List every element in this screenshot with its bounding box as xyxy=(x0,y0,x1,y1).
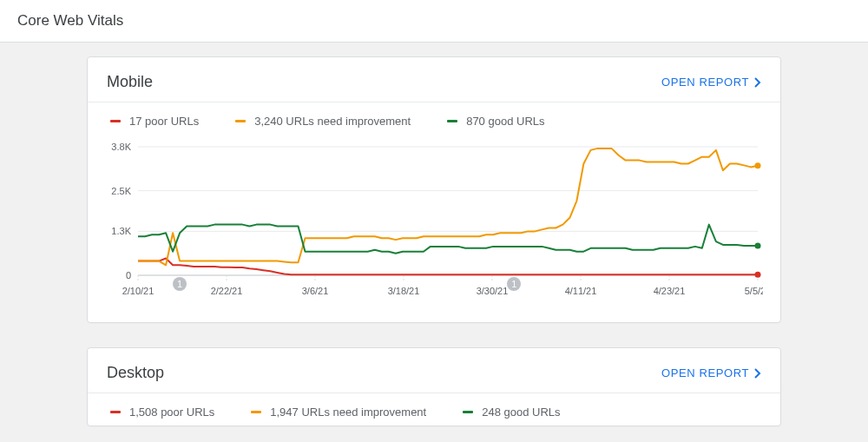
event-marker[interactable]: 1 xyxy=(507,277,521,291)
open-report-button-desktop[interactable]: OPEN REPORT xyxy=(661,366,761,379)
legend-needs-label: 3,240 URLs need improvement xyxy=(254,115,411,128)
svg-text:5/5/21: 5/5/21 xyxy=(745,286,763,296)
svg-text:2/22/21: 2/22/21 xyxy=(211,286,243,296)
svg-text:3/18/21: 3/18/21 xyxy=(388,286,420,296)
swatch-poor xyxy=(110,411,121,413)
svg-text:2/10/21: 2/10/21 xyxy=(122,286,155,296)
mobile-card-header: Mobile OPEN REPORT xyxy=(107,66,761,102)
content: Mobile OPEN REPORT 17 poor URLs 3,240 UR… xyxy=(0,43,868,440)
mobile-chart: 01.3K2.5K3.8K2/10/212/22/213/6/213/18/21… xyxy=(107,142,761,307)
legend-poor-label: 17 poor URLs xyxy=(129,115,199,128)
mobile-legend: 17 poor URLs 3,240 URLs need improvement… xyxy=(110,115,761,128)
mobile-card: Mobile OPEN REPORT 17 poor URLs 3,240 UR… xyxy=(87,56,781,323)
legend-good-label: 870 good URLs xyxy=(466,115,544,128)
svg-text:0: 0 xyxy=(126,270,131,280)
svg-text:3.8K: 3.8K xyxy=(111,142,131,152)
legend-needs-improvement: 3,240 URLs need improvement xyxy=(235,115,411,128)
desktop-legend: 1,508 poor URLs 1,947 URLs need improvem… xyxy=(110,406,761,419)
divider xyxy=(88,102,780,102)
swatch-good xyxy=(447,120,457,122)
mobile-card-title: Mobile xyxy=(107,73,153,91)
legend-needs-label: 1,947 URLs need improvement xyxy=(270,406,426,419)
legend-needs-improvement: 1,947 URLs need improvement xyxy=(251,406,426,419)
desktop-card-title: Desktop xyxy=(107,364,164,382)
desktop-card: Desktop OPEN REPORT 1,508 poor URLs 1,94… xyxy=(87,347,781,426)
legend-good-label: 248 good URLs xyxy=(482,406,560,419)
swatch-good xyxy=(463,411,473,413)
swatch-needs xyxy=(235,120,246,122)
legend-good: 248 good URLs xyxy=(463,406,560,419)
svg-text:4/23/21: 4/23/21 xyxy=(654,286,686,296)
legend-poor: 17 poor URLs xyxy=(110,115,199,128)
event-marker[interactable]: 1 xyxy=(173,277,187,291)
swatch-needs xyxy=(251,411,261,413)
legend-poor: 1,508 poor URLs xyxy=(110,406,214,419)
page-header: Core Web Vitals xyxy=(0,0,868,43)
svg-text:2.5K: 2.5K xyxy=(111,186,131,196)
svg-point-26 xyxy=(755,243,761,249)
svg-point-25 xyxy=(755,162,761,168)
swatch-poor xyxy=(110,120,121,122)
open-report-label: OPEN REPORT xyxy=(661,366,749,379)
svg-text:3/6/21: 3/6/21 xyxy=(302,286,329,296)
desktop-card-header: Desktop OPEN REPORT xyxy=(107,357,761,393)
open-report-button-mobile[interactable]: OPEN REPORT xyxy=(661,76,761,89)
legend-poor-label: 1,508 poor URLs xyxy=(129,406,214,419)
svg-point-24 xyxy=(755,272,761,278)
chevron-right-icon xyxy=(754,368,761,379)
svg-text:4/11/21: 4/11/21 xyxy=(565,286,597,296)
chevron-right-icon xyxy=(754,77,761,88)
divider xyxy=(88,393,780,393)
page-title: Core Web Vitals xyxy=(17,12,123,29)
open-report-label: OPEN REPORT xyxy=(661,76,749,89)
svg-text:1.3K: 1.3K xyxy=(111,226,131,236)
svg-text:3/30/21: 3/30/21 xyxy=(477,286,509,296)
legend-good: 870 good URLs xyxy=(447,115,544,128)
